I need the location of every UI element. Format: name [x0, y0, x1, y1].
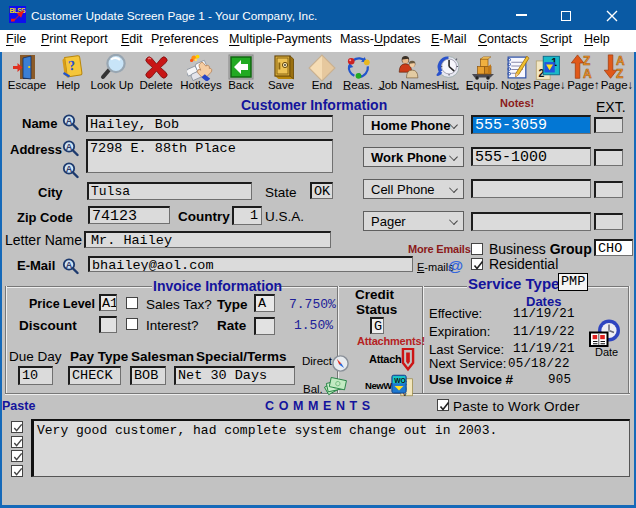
svg-text:BLSS: BLSS	[10, 7, 26, 14]
svg-text:WO: WO	[394, 377, 406, 384]
svg-text:Z: Z	[583, 54, 590, 68]
svg-text:A: A	[66, 260, 73, 270]
svg-text:A: A	[616, 54, 625, 68]
svg-text:A: A	[66, 164, 73, 174]
svg-text:A: A	[66, 116, 73, 126]
svg-text:A: A	[66, 142, 73, 152]
